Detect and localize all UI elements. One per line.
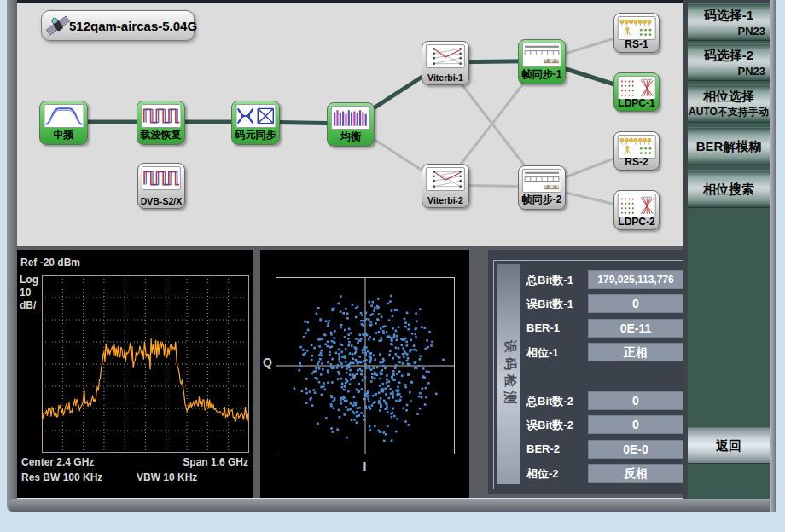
error-detection-panel: 误码检测 总Bit数-1179,025,113,776误Bit数-10BER-1…	[488, 250, 698, 494]
spectrum-center-freq: Center 2.4 GHz	[21, 456, 94, 468]
frame-icon	[522, 169, 561, 193]
control-sidebar-inner: 返回 码选择-1PN23码选择-2PN23相位选择AUTO不支持手动BER解模糊…	[688, 3, 770, 499]
error-row-label: 相位-1	[526, 345, 559, 361]
flow-block-label: 码元同步	[232, 128, 279, 142]
spectrum-ref-level: Ref -20 dBm	[20, 257, 80, 269]
flow-block-if[interactable]: 中频	[39, 101, 88, 145]
monitor-panels: Ref -20 dBm Log 10 dB/ Center 2.4 GHz Sp…	[17, 246, 683, 498]
flow-block-ldpc2[interactable]: LDPC-2	[613, 190, 660, 230]
error-row-value: 179,025,113,776	[588, 270, 683, 289]
spectrum-icon	[44, 104, 84, 128]
squarewave-icon	[142, 166, 181, 190]
flow-block-label: Viterbi-2	[422, 195, 468, 205]
spectrum-scale-labels: Log 10 dB/	[20, 274, 38, 312]
i-axis-label: I	[260, 460, 469, 473]
error-row-label: BER-1	[526, 321, 560, 334]
rs-icon	[618, 135, 656, 159]
flow-block-label: LDPC-2	[614, 216, 659, 228]
sidebar-button-4[interactable]: BER解模糊	[688, 127, 770, 165]
ldpc-icon	[618, 194, 656, 217]
error-row-value: 0	[588, 391, 683, 410]
flow-block-label: LDPC-1	[614, 97, 659, 109]
sidebar-button-label: 码选择-2	[688, 48, 770, 64]
sidebar-button-label: BER解模糊	[688, 138, 770, 154]
control-sidebar: 返回 码选择-1PN23码选择-2PN23相位选择AUTO不支持手动BER解模糊…	[683, 0, 770, 499]
flow-block-rs2[interactable]: RS-2	[613, 131, 660, 171]
return-button[interactable]: 返回	[688, 427, 770, 464]
ldpc-icon	[618, 76, 656, 100]
flow-block-carrier[interactable]: 载波恢复	[137, 101, 185, 145]
error-row-label: 相位-2	[526, 466, 559, 482]
signal-flow-diagram: 512qam-aircas-5.04G 中频载波恢复码元同步均衡DVB-S2/X…	[17, 3, 683, 246]
sidebar-button-label: 相位搜索	[688, 181, 770, 197]
flow-block-label: 帧同步-2	[519, 193, 565, 207]
rs-icon	[618, 16, 656, 40]
error-row-value: 0E-0	[588, 440, 683, 459]
flow-block-label: 载波恢复	[137, 128, 184, 142]
window-left-edge	[7, 0, 17, 512]
flow-block-viterbi1[interactable]: Viterbi-1	[422, 41, 469, 85]
error-row-label: 误Bit数-2	[526, 418, 573, 433]
flow-block-label: Viterbi-1	[422, 72, 468, 83]
sidebar-button-5[interactable]: 相位搜索	[688, 170, 770, 208]
flow-block-eq[interactable]: 均衡	[327, 102, 375, 147]
spectrum-rbw: Res BW 100 KHz	[21, 471, 102, 483]
return-button-label: 返回	[688, 437, 770, 454]
sidebar-button-value: PN23	[688, 25, 765, 38]
flow-block-label: 帧同步-1	[519, 67, 565, 82]
window-right-edge	[770, 0, 776, 512]
trellis-icon	[426, 44, 465, 68]
flow-block-symsync[interactable]: 码元同步	[231, 101, 280, 145]
signal-title-chip[interactable]: 512qam-aircas-5.04G	[41, 10, 195, 41]
flow-block-rs1[interactable]: RS-1	[613, 13, 660, 53]
frame-icon	[522, 43, 561, 66]
sidebar-button-1[interactable]: 码选择-1PN23	[688, 3, 770, 41]
error-row-value: 0	[588, 415, 683, 434]
spectrum-analyzer-panel: Ref -20 dBm Log 10 dB/ Center 2.4 GHz Sp…	[17, 250, 253, 498]
sidebar-button-value: PN23	[688, 65, 765, 78]
sidebar-button-2[interactable]: 码选择-2PN23	[688, 43, 770, 81]
bars-icon	[331, 106, 370, 130]
flow-block-label: RS-2	[614, 156, 659, 168]
error-row-value: 反相	[588, 464, 683, 483]
squarewave-icon	[141, 104, 181, 128]
signal-title-label: 512qam-aircas-5.04G	[69, 19, 197, 33]
spectrum-span: Span 1.6 GHz	[183, 456, 248, 468]
constellation-plot	[276, 277, 455, 454]
q-axis-label: Q	[263, 356, 272, 369]
error-row-label: 总Bit数-1	[526, 273, 573, 288]
spectrum-graticule	[42, 275, 249, 453]
error-row-value: 0E-11	[588, 319, 683, 338]
sidebar-button-label: 相位选择	[688, 89, 770, 105]
sidebar-button-3[interactable]: 相位选择AUTO不支持手动	[688, 84, 770, 123]
flow-block-label: 均衡	[328, 130, 374, 144]
window-bottom-edge	[9, 499, 775, 512]
sidebar-button-label: 码选择-1	[688, 8, 770, 24]
error-detection-frame: 误码检测 总Bit数-1179,025,113,776误Bit数-10BER-1…	[493, 260, 689, 489]
trellis-icon	[426, 167, 465, 191]
error-detection-strip-label: 误码检测	[501, 340, 517, 408]
flow-block-frame2[interactable]: 帧同步-2	[518, 165, 566, 210]
error-detection-strip: 误码检测	[497, 264, 520, 484]
error-row-label: 误Bit数-1	[526, 297, 573, 312]
spectrum-vbw: VBW 10 KHz	[137, 471, 197, 483]
satellite-icon	[45, 13, 71, 38]
flow-block-label: DVB-S2/X	[138, 196, 184, 206]
constellation-panel: Q I	[260, 250, 469, 498]
eye-icon	[236, 104, 276, 128]
flow-block-dvb[interactable]: DVB-S2/X	[137, 163, 185, 209]
error-row-label: 总Bit数-2	[526, 394, 573, 409]
error-row-value: 正相	[588, 343, 683, 361]
error-row-label: BER-2	[526, 442, 560, 455]
flow-block-label: RS-1	[614, 38, 659, 50]
demodulator-app: 512qam-aircas-5.04G 中频载波恢复码元同步均衡DVB-S2/X…	[0, 0, 785, 532]
error-row-value: 0	[588, 294, 683, 313]
flow-block-frame1[interactable]: 帧同步-1	[518, 39, 566, 84]
flow-block-label: 中频	[40, 128, 87, 142]
flow-block-ldpc1[interactable]: LDPC-1	[613, 72, 660, 112]
sidebar-button-value: AUTO不支持手动	[688, 105, 770, 119]
flow-block-viterbi2[interactable]: Viterbi-2	[422, 164, 469, 208]
